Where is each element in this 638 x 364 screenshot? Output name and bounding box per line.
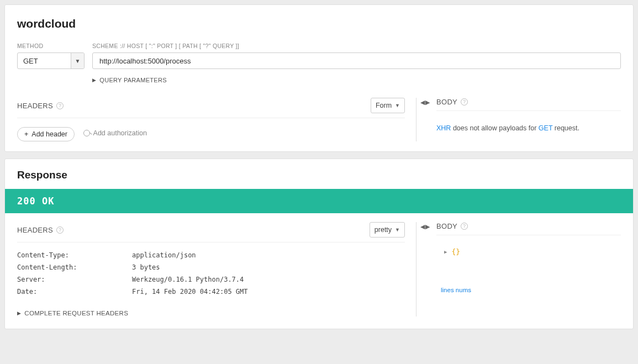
collapse-right-arrow-icon[interactable]: ▶ [425,99,430,106]
header-value: Fri, 14 Feb 2020 04:42:05 GMT [132,288,248,296]
help-icon[interactable]: ? [461,223,468,230]
response-headers-title: HEADERS [17,226,53,234]
help-icon[interactable]: ? [56,226,64,234]
complete-request-headers-toggle[interactable]: ▶ COMPLETE REQUEST HEADERS [17,310,405,316]
request-card: wordcloud METHOD GET ▼ SCHEME :// HOST [… [4,4,634,152]
header-value: application/json [132,251,196,259]
request-body-title: BODY [436,98,457,106]
get-link[interactable]: GET [539,124,552,132]
triangle-right-icon: ▶ [92,77,96,83]
table-row: Server: Werkzeug/0.16.1 Python/3.7.4 [17,276,405,283]
headers-view-label: Form [376,102,392,109]
json-body-preview[interactable]: ▶ {} [444,247,460,256]
request-title: wordcloud [17,17,621,30]
table-row: Content-Length: 3 bytes [17,263,405,271]
xhr-link[interactable]: XHR [436,124,451,132]
response-body-title: BODY [436,222,457,230]
response-card: Response 200 OK HEADERS ? pretty ▼ ◀ [4,159,634,329]
header-value: 3 bytes [132,263,160,271]
table-row: Date: Fri, 14 Feb 2020 04:42:05 GMT [17,288,405,296]
request-body-message: XHR does not allow payloads for GET requ… [436,120,621,136]
header-key: Content-Type: [17,251,132,259]
triangle-right-icon: ▶ [17,310,21,316]
response-headers-table: Content-Type: application/json Content-L… [17,251,405,296]
key-icon [83,130,90,136]
triangle-right-icon: ▶ [444,249,447,255]
caret-down-icon: ▼ [395,227,400,233]
request-headers-title: HEADERS [17,102,53,110]
response-status: 200 OK [5,189,633,213]
add-header-button[interactable]: Add header [17,127,75,141]
headers-view-select[interactable]: Form ▼ [371,98,405,113]
response-headers-view-label: pretty [375,226,392,234]
method-label: METHOD [17,43,85,49]
add-authorization-link[interactable]: Add authorization [83,129,147,137]
header-key: Content-Length: [17,263,132,271]
method-select[interactable]: GET ▼ [17,52,85,69]
help-icon[interactable]: ? [56,102,64,109]
caret-down-icon: ▼ [395,103,400,108]
url-input[interactable] [92,52,621,69]
collapse-right-arrow-icon[interactable]: ▶ [425,223,430,230]
query-params-toggle[interactable]: ▶ QUERY PARAMETERS [92,77,621,83]
lines-nums-link[interactable]: lines nums [441,287,471,293]
header-value: Werkzeug/0.16.1 Python/3.7.4 [132,276,244,283]
response-title: Response [5,159,633,189]
header-key: Server: [17,276,132,283]
method-caret-icon[interactable]: ▼ [71,53,84,68]
response-headers-view-select[interactable]: pretty ▼ [370,222,405,238]
table-row: Content-Type: application/json [17,251,405,259]
header-key: Date: [17,288,132,296]
query-params-label: QUERY PARAMETERS [99,77,167,83]
method-value: GET [18,53,71,68]
help-icon[interactable]: ? [461,98,468,105]
url-label: SCHEME :// HOST [ ":" PORT ] [ PATH [ "?… [92,43,621,49]
